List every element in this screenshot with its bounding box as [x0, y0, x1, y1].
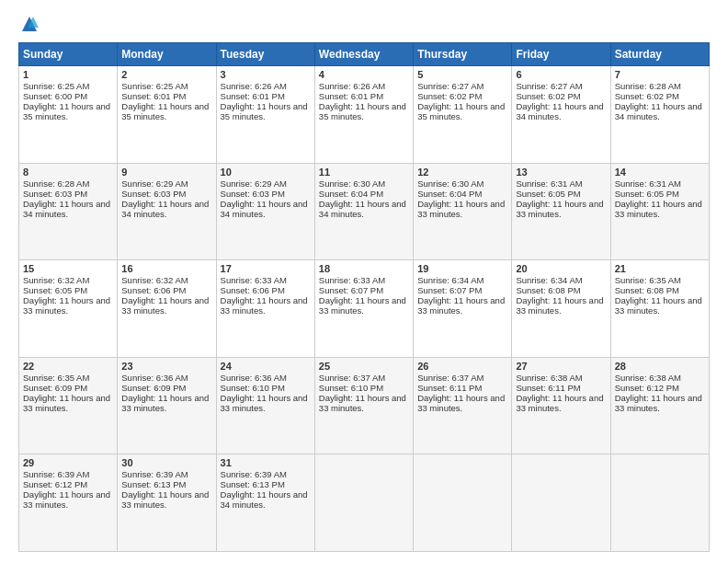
day-number: 6 — [516, 69, 606, 80]
calendar-cell: 24Sunrise: 6:36 AMSunset: 6:10 PMDayligh… — [216, 357, 314, 454]
calendar-cell: 14Sunrise: 6:31 AMSunset: 6:05 PMDayligh… — [610, 163, 709, 260]
logo — [18, 15, 39, 33]
calendar-cell: 9Sunrise: 6:29 AMSunset: 6:03 PMDaylight… — [118, 163, 216, 260]
calendar-week-row: 22Sunrise: 6:35 AMSunset: 6:09 PMDayligh… — [19, 357, 710, 454]
calendar-week-row: 29Sunrise: 6:39 AMSunset: 6:12 PMDayligh… — [19, 454, 710, 552]
calendar-day-header: Tuesday — [216, 43, 314, 66]
calendar-cell: 26Sunrise: 6:37 AMSunset: 6:11 PMDayligh… — [414, 357, 512, 454]
calendar-cell: 6Sunrise: 6:27 AMSunset: 6:02 PMDaylight… — [512, 66, 610, 164]
day-number: 3 — [221, 69, 311, 80]
calendar-cell: 18Sunrise: 6:33 AMSunset: 6:07 PMDayligh… — [314, 260, 413, 358]
calendar-cell: 5Sunrise: 6:27 AMSunset: 6:02 PMDaylight… — [414, 66, 512, 164]
day-number: 26 — [417, 361, 507, 372]
calendar-cell: 30Sunrise: 6:39 AMSunset: 6:13 PMDayligh… — [118, 454, 216, 552]
day-number: 16 — [121, 263, 211, 274]
day-number: 12 — [417, 167, 507, 178]
calendar-cell: 27Sunrise: 6:38 AMSunset: 6:11 PMDayligh… — [512, 357, 610, 454]
page: SundayMondayTuesdayWednesdayThursdayFrid… — [0, 0, 728, 563]
day-number: 1 — [23, 69, 113, 80]
calendar-cell — [414, 454, 512, 552]
day-number: 2 — [121, 69, 211, 80]
calendar-week-row: 8Sunrise: 6:28 AMSunset: 6:03 PMDaylight… — [19, 163, 710, 260]
calendar-cell: 28Sunrise: 6:38 AMSunset: 6:12 PMDayligh… — [610, 357, 709, 454]
day-number: 11 — [319, 167, 409, 178]
day-number: 14 — [615, 167, 705, 178]
day-number: 21 — [615, 263, 705, 274]
calendar-cell: 10Sunrise: 6:29 AMSunset: 6:03 PMDayligh… — [216, 163, 314, 260]
day-number: 9 — [121, 167, 211, 178]
calendar-cell: 31Sunrise: 6:39 AMSunset: 6:13 PMDayligh… — [216, 454, 314, 552]
calendar-cell: 1Sunrise: 6:25 AMSunset: 6:00 PMDaylight… — [19, 66, 118, 164]
calendar-cell: 17Sunrise: 6:33 AMSunset: 6:06 PMDayligh… — [216, 260, 314, 358]
calendar-day-header: Wednesday — [314, 43, 413, 66]
calendar-cell: 2Sunrise: 6:25 AMSunset: 6:01 PMDaylight… — [118, 66, 216, 164]
day-number: 5 — [417, 69, 507, 80]
calendar-cell — [512, 454, 610, 552]
day-number: 20 — [516, 263, 606, 274]
day-number: 17 — [221, 263, 311, 274]
calendar-cell: 3Sunrise: 6:26 AMSunset: 6:01 PMDaylight… — [216, 66, 314, 164]
calendar-day-header: Sunday — [19, 43, 118, 66]
day-number: 27 — [516, 361, 606, 372]
day-number: 4 — [319, 69, 409, 80]
logo-icon — [20, 15, 39, 33]
calendar-day-header: Friday — [512, 43, 610, 66]
day-number: 25 — [319, 361, 409, 372]
calendar-cell — [314, 454, 413, 552]
calendar-cell: 12Sunrise: 6:30 AMSunset: 6:04 PMDayligh… — [414, 163, 512, 260]
calendar-day-header: Monday — [118, 43, 216, 66]
calendar-cell: 8Sunrise: 6:28 AMSunset: 6:03 PMDaylight… — [19, 163, 118, 260]
calendar-cell: 4Sunrise: 6:26 AMSunset: 6:01 PMDaylight… — [314, 66, 413, 164]
day-number: 7 — [615, 69, 705, 80]
day-number: 29 — [23, 457, 113, 468]
calendar-cell: 11Sunrise: 6:30 AMSunset: 6:04 PMDayligh… — [314, 163, 413, 260]
calendar-header-row: SundayMondayTuesdayWednesdayThursdayFrid… — [19, 43, 710, 66]
day-number: 19 — [417, 263, 507, 274]
calendar-cell: 15Sunrise: 6:32 AMSunset: 6:05 PMDayligh… — [19, 260, 118, 358]
calendar-cell: 13Sunrise: 6:31 AMSunset: 6:05 PMDayligh… — [512, 163, 610, 260]
day-number: 30 — [121, 457, 211, 468]
day-number: 15 — [23, 263, 113, 274]
day-number: 18 — [319, 263, 409, 274]
calendar-cell: 19Sunrise: 6:34 AMSunset: 6:07 PMDayligh… — [414, 260, 512, 358]
calendar-day-header: Thursday — [414, 43, 512, 66]
day-number: 24 — [221, 361, 311, 372]
day-number: 31 — [221, 457, 311, 468]
calendar-cell: 29Sunrise: 6:39 AMSunset: 6:12 PMDayligh… — [19, 454, 118, 552]
calendar-day-header: Saturday — [610, 43, 709, 66]
calendar-cell: 25Sunrise: 6:37 AMSunset: 6:10 PMDayligh… — [314, 357, 413, 454]
calendar-cell: 7Sunrise: 6:28 AMSunset: 6:02 PMDaylight… — [610, 66, 709, 164]
header — [18, 15, 710, 33]
calendar-week-row: 15Sunrise: 6:32 AMSunset: 6:05 PMDayligh… — [19, 260, 710, 358]
day-number: 22 — [23, 361, 113, 372]
day-number: 23 — [121, 361, 211, 372]
calendar-cell — [610, 454, 709, 552]
day-number: 8 — [23, 167, 113, 178]
calendar-cell: 16Sunrise: 6:32 AMSunset: 6:06 PMDayligh… — [118, 260, 216, 358]
calendar-week-row: 1Sunrise: 6:25 AMSunset: 6:00 PMDaylight… — [19, 66, 710, 164]
day-number: 13 — [516, 167, 606, 178]
calendar-cell: 20Sunrise: 6:34 AMSunset: 6:08 PMDayligh… — [512, 260, 610, 358]
calendar-cell: 21Sunrise: 6:35 AMSunset: 6:08 PMDayligh… — [610, 260, 709, 358]
day-number: 28 — [615, 361, 705, 372]
calendar-table: SundayMondayTuesdayWednesdayThursdayFrid… — [18, 42, 710, 552]
day-number: 10 — [221, 167, 311, 178]
calendar-cell: 22Sunrise: 6:35 AMSunset: 6:09 PMDayligh… — [19, 357, 118, 454]
calendar-cell: 23Sunrise: 6:36 AMSunset: 6:09 PMDayligh… — [118, 357, 216, 454]
